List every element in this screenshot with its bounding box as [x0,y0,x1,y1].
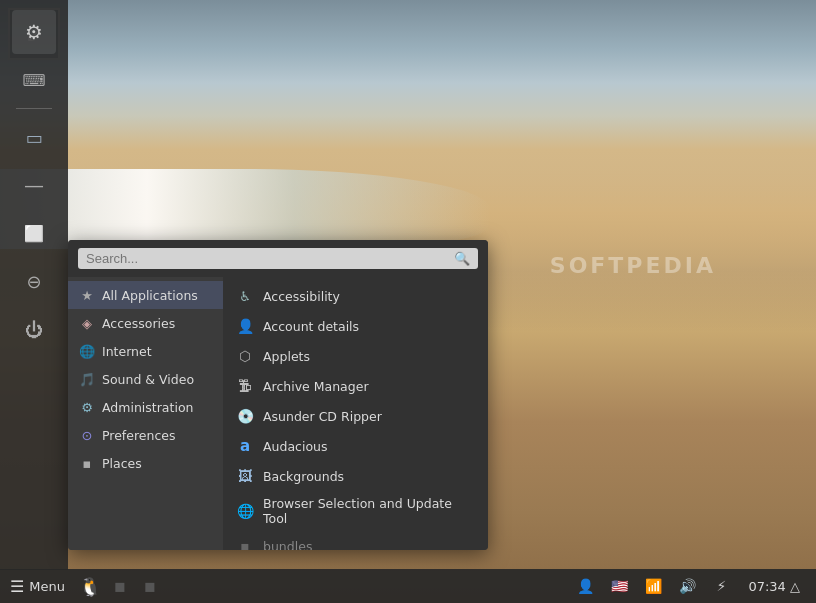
tray-volume-icon[interactable]: 🔊 [672,571,702,601]
menu-body: ★ All Applications ◈ Accessories 🌐 Inter… [68,277,488,550]
app-accessibility-label: Accessibility [263,289,340,304]
app-backgrounds-label: Backgrounds [263,469,344,484]
category-sound-video[interactable]: 🎵 Sound & Video [68,365,223,393]
sidebar-icon-lock[interactable]: ⊖ [12,259,56,303]
power-icon: ⏻ [25,319,43,340]
taskbar: ☰ Menu 🐧 ◼ ◼ 👤 🇺🇸 📶 🔊 ⚡ 07:34 △ [0,569,816,603]
tray-network-icon[interactable]: 📶 [638,571,668,601]
lock-icon: ⊖ [26,271,41,292]
desktop: SOFTPEDIA ⤢ ⚙ ⌨ ▭ — ⬜ ⊖ ⏻ [0,0,816,603]
tray-user-icon[interactable]: 👤 [570,571,600,601]
applications-menu: 🔍 ★ All Applications ◈ Accessories 🌐 Int… [68,240,488,550]
app-browser-selection-label: Browser Selection and Update Tool [263,496,476,526]
taskbar-square-icon-1: ◼ [114,578,126,594]
taskbar-penguin-icon: 🐧 [79,576,101,597]
search-input-wrap: 🔍 [78,248,478,269]
archive-manager-icon: 🗜 [235,376,255,396]
gear-icon: ⚙ [25,20,43,44]
tray-flag-icon[interactable]: 🇺🇸 [604,571,634,601]
menu-button-label: Menu [29,579,65,594]
administration-icon: ⚙ [78,398,96,416]
applets-icon: ⬡ [235,346,255,366]
category-preferences-label: Preferences [102,428,176,443]
taskbar-app-3[interactable]: ◼ [135,571,165,601]
app-backgrounds[interactable]: 🖼 Backgrounds [223,461,488,491]
account-details-icon: 👤 [235,316,255,336]
backgrounds-icon: 🖼 [235,466,255,486]
browser-selection-icon: 🌐 [235,501,255,521]
category-preferences[interactable]: ⊙ Preferences [68,421,223,449]
search-bar: 🔍 [68,240,488,277]
app-applets[interactable]: ⬡ Applets [223,341,488,371]
category-places[interactable]: ▪ Places [68,449,223,477]
folder-icon: ▭ [25,127,42,148]
app-asunder-label: Asunder CD Ripper [263,409,382,424]
display-icon: ⬜ [24,224,44,243]
sidebar: ⚙ ⌨ ▭ — ⬜ ⊖ ⏻ [0,0,68,570]
taskbar-app-2[interactable]: ◼ [105,571,135,601]
search-input[interactable] [86,251,454,266]
app-archive-manager-label: Archive Manager [263,379,369,394]
clock-display: 07:34 △ [740,579,808,594]
app-applets-label: Applets [263,349,310,364]
category-administration[interactable]: ⚙ Administration [68,393,223,421]
sidebar-icon-files[interactable]: ▭ [12,115,56,159]
softpedia-watermark: SOFTPEDIA [550,253,716,278]
app-asunder-cd-ripper[interactable]: 💿 Asunder CD Ripper [223,401,488,431]
wave-effect [0,169,490,249]
search-icon[interactable]: 🔍 [454,251,470,266]
app-account-details[interactable]: 👤 Account details [223,311,488,341]
asunder-icon: 💿 [235,406,255,426]
tray-battery-icon[interactable]: ⚡ [706,571,736,601]
sound-video-icon: 🎵 [78,370,96,388]
menu-button[interactable]: ☰ Menu [0,569,75,603]
taskbar-square-icon-2: ◼ [144,578,156,594]
preferences-icon: ⊙ [78,426,96,444]
category-all-applications[interactable]: ★ All Applications [68,281,223,309]
accessories-icon: ◈ [78,314,96,332]
category-administration-label: Administration [102,400,193,415]
accessibility-icon: ♿ [235,286,255,306]
category-internet[interactable]: 🌐 Internet [68,337,223,365]
star-icon: ★ [78,286,96,304]
menu-button-icon: ☰ [10,577,24,596]
category-accessories[interactable]: ◈ Accessories [68,309,223,337]
system-tray: 👤 🇺🇸 📶 🔊 ⚡ 07:34 △ [562,571,816,601]
category-accessories-label: Accessories [102,316,175,331]
audacious-icon: a [235,436,255,456]
terminal-icon: ⌨ [22,71,45,90]
categories-column: ★ All Applications ◈ Accessories 🌐 Inter… [68,277,223,550]
app-account-details-label: Account details [263,319,359,334]
category-places-label: Places [102,456,142,471]
dash-icon: — [24,173,44,197]
app-bundles[interactable]: ▪ bundles [223,531,488,550]
app-bundles-label: bundles [263,539,312,551]
taskbar-app-1[interactable]: 🐧 [75,571,105,601]
internet-icon: 🌐 [78,342,96,360]
places-icon: ▪ [78,454,96,472]
sidebar-icon-display[interactable]: ⬜ [12,211,56,255]
sidebar-icon-dash[interactable]: — [12,163,56,207]
apps-column: ♿ Accessibility 👤 Account details ⬡ Appl… [223,277,488,550]
app-archive-manager[interactable]: 🗜 Archive Manager [223,371,488,401]
app-accessibility[interactable]: ♿ Accessibility [223,281,488,311]
app-audacious[interactable]: a Audacious [223,431,488,461]
category-all-label: All Applications [102,288,198,303]
bundles-icon: ▪ [235,536,255,550]
sidebar-icon-power[interactable]: ⏻ [12,307,56,351]
app-audacious-label: Audacious [263,439,328,454]
category-internet-label: Internet [102,344,152,359]
sidebar-icon-terminal[interactable]: ⌨ [12,58,56,102]
sidebar-icon-settings[interactable]: ⚙ [12,10,56,54]
app-browser-selection[interactable]: 🌐 Browser Selection and Update Tool [223,491,488,531]
sidebar-divider-1 [16,108,52,109]
category-sound-video-label: Sound & Video [102,372,194,387]
